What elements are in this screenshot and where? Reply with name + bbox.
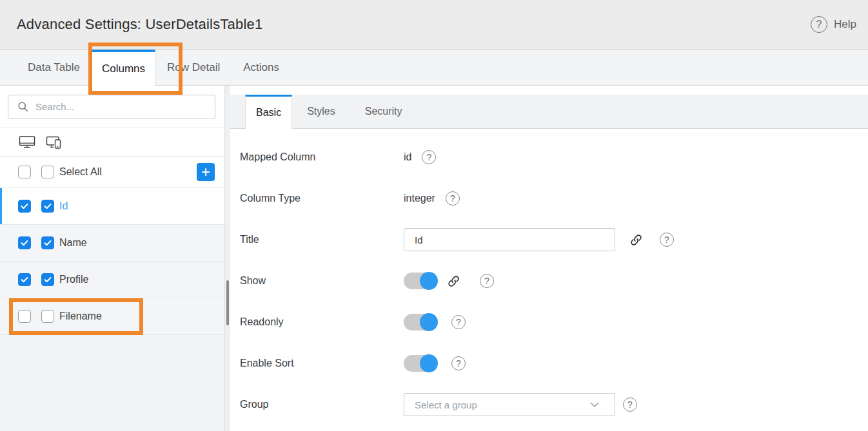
tab-row-detail[interactable]: Row Detail: [155, 50, 232, 85]
search-input[interactable]: [35, 101, 215, 112]
bind-link-icon[interactable]: [629, 233, 643, 247]
sidebar-scrollbar-track[interactable]: [224, 86, 230, 431]
column-settings-panel: BasicStylesSecurity Mapped Columnid?Colu…: [230, 86, 868, 431]
column-label: Filename: [59, 311, 102, 322]
tab-columns[interactable]: Columns: [92, 50, 155, 86]
column-label: Profile: [59, 274, 88, 285]
help-icon[interactable]: ?: [451, 315, 466, 329]
help-icon[interactable]: ?: [623, 397, 637, 412]
field-label: Show: [240, 275, 404, 287]
form-row-title: Title?: [240, 219, 868, 260]
form-row-mapped-column: Mapped Columnid?: [240, 137, 868, 178]
select-placeholder: Select a group: [415, 399, 590, 410]
field-label: Readonly: [240, 316, 404, 328]
column-mobile-checkbox[interactable]: [41, 200, 54, 213]
title-input[interactable]: [404, 228, 615, 251]
page-title: Advanced Settings: UserDetailsTable1: [17, 16, 262, 33]
columns-sidebar: Select All + IdNameProfileFilename: [0, 86, 224, 431]
select-all-mobile-checkbox[interactable]: [41, 166, 54, 178]
enable-sort-toggle[interactable]: [404, 355, 437, 372]
column-web-checkbox[interactable]: [18, 310, 31, 323]
column-row-id[interactable]: Id: [0, 188, 224, 225]
column-web-checkbox[interactable]: [18, 273, 31, 286]
panel-tab-styles[interactable]: Styles: [292, 95, 350, 128]
main-tab-bar: Data TableColumnsRow DetailActions: [0, 50, 868, 86]
column-label: Name: [59, 237, 87, 249]
help-icon[interactable]: ?: [446, 191, 460, 206]
add-column-button[interactable]: +: [197, 163, 215, 181]
field-label: Enable Sort: [240, 358, 404, 369]
column-list: IdNameProfileFilename: [0, 188, 224, 335]
desktop-icon[interactable]: [17, 134, 37, 151]
devices-icon[interactable]: [44, 134, 63, 151]
column-mobile-checkbox[interactable]: [41, 310, 54, 323]
field-value: id: [404, 151, 411, 163]
panel-tab-security[interactable]: Security: [350, 95, 417, 128]
column-label: Id: [59, 200, 68, 212]
sidebar-filler: [0, 335, 224, 431]
form-row-column-type: Column Typeinteger?: [240, 178, 868, 219]
select-all-label: Select All: [59, 166, 102, 178]
column-web-checkbox[interactable]: [18, 236, 31, 249]
toggle-knob: [420, 313, 438, 331]
tab-data-table[interactable]: Data Table: [16, 50, 92, 85]
settings-form: Mapped Columnid?Column Typeinteger?Title…: [230, 129, 868, 425]
field-label: Mapped Column: [240, 151, 404, 163]
select-all-row: Select All +: [0, 157, 224, 188]
toggle-knob: [420, 354, 438, 372]
chevron-down-icon: [590, 402, 607, 408]
show-toggle[interactable]: [404, 273, 437, 289]
field-label: Title: [240, 234, 404, 245]
column-web-checkbox[interactable]: [18, 200, 31, 213]
tab-actions[interactable]: Actions: [232, 50, 291, 85]
form-row-enable-sort: Enable Sort?: [240, 343, 868, 384]
form-row-readonly: Readonly?: [240, 302, 868, 343]
select-all-web-checkbox[interactable]: [18, 166, 31, 178]
sidebar-scrollbar-thumb[interactable]: [226, 280, 229, 325]
column-mobile-checkbox[interactable]: [41, 236, 54, 249]
bind-link-icon[interactable]: [447, 274, 460, 288]
help-icon[interactable]: ?: [660, 233, 674, 247]
panel-tab-basic[interactable]: Basic: [245, 95, 292, 129]
search-box[interactable]: [8, 95, 215, 119]
help-icon[interactable]: ?: [451, 356, 466, 370]
field-value: integer: [404, 193, 435, 204]
device-toggle-row: [0, 128, 224, 157]
help-icon[interactable]: ?: [480, 274, 494, 288]
field-label: Column Type: [240, 193, 404, 204]
help-label: Help: [834, 18, 856, 31]
dialog-header: Advanced Settings: UserDetailsTable1 ? H…: [0, 0, 868, 50]
content-area: Select All + IdNameProfileFilename Basic…: [0, 86, 868, 431]
column-row-name[interactable]: Name: [0, 225, 224, 262]
help-button[interactable]: ? Help: [811, 16, 856, 33]
column-row-filename[interactable]: Filename: [0, 298, 224, 335]
group-select[interactable]: Select a group: [404, 393, 615, 416]
panel-top-gap: [230, 86, 868, 95]
help-icon[interactable]: ?: [422, 150, 436, 164]
panel-tab-bar: BasicStylesSecurity: [230, 95, 868, 129]
help-icon[interactable]: ?: [811, 16, 827, 33]
column-mobile-checkbox[interactable]: [41, 273, 54, 286]
column-row-profile[interactable]: Profile: [0, 262, 224, 298]
toggle-knob: [420, 272, 438, 290]
form-row-show: Show?: [240, 260, 868, 302]
search-icon: [17, 101, 28, 112]
field-label: Group: [240, 399, 404, 410]
form-row-group: GroupSelect a group?: [240, 384, 868, 425]
search-section: [0, 86, 224, 128]
readonly-toggle[interactable]: [404, 314, 437, 330]
